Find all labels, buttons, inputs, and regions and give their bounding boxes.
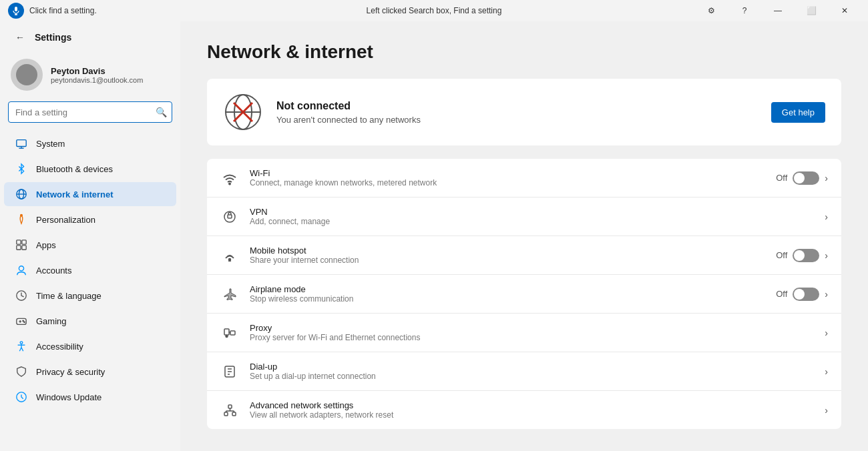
vpn-icon <box>220 207 239 226</box>
sidebar-label-accessibility: Accessibility <box>36 342 83 352</box>
hotspot-row[interactable]: Mobile hotspot Share your internet conne… <box>207 236 841 275</box>
svg-rect-11 <box>22 240 26 244</box>
title-bar-status: Click find a setting. <box>29 6 97 15</box>
sidebar-item-system[interactable]: System <box>4 131 176 155</box>
sidebar-label-gaming: Gaming <box>36 316 67 326</box>
svg-point-39 <box>226 335 228 337</box>
privacy-icon <box>15 365 28 378</box>
back-button[interactable]: ← <box>11 28 29 47</box>
proxy-chevron-icon: › <box>825 328 828 338</box>
dialup-chevron-icon: › <box>825 366 828 377</box>
sidebar-label-accounts: Accounts <box>36 266 71 276</box>
airplane-toggle[interactable] <box>793 288 819 301</box>
sidebar-item-apps[interactable]: Apps <box>4 233 176 257</box>
minimize-button[interactable]: — <box>763 0 793 21</box>
wifi-toggle[interactable] <box>793 171 819 185</box>
hotspot-title: Mobile hotspot <box>250 246 765 256</box>
advanced-row[interactable]: Advanced network settings View all netwo… <box>207 391 841 429</box>
accounts-icon <box>15 264 28 277</box>
wifi-title: Wi-Fi <box>250 168 765 178</box>
mic-icon <box>8 3 24 19</box>
sidebar-label-apps: Apps <box>36 240 56 250</box>
sidebar-label-personalization: Personalization <box>36 215 95 225</box>
svg-rect-0 <box>15 7 17 11</box>
airplane-row[interactable]: Airplane mode Stop wireless communicatio… <box>207 275 841 314</box>
airplane-controls: Off › <box>776 288 828 301</box>
sidebar-item-network[interactable]: Network & internet <box>4 182 176 206</box>
wifi-icon <box>220 169 239 187</box>
not-connected-title: Not connected <box>276 100 758 112</box>
not-connected-subtitle: You aren't connected to any networks <box>276 115 758 125</box>
sidebar-item-update[interactable]: Windows Update <box>4 385 176 409</box>
sidebar-label-system: System <box>36 139 65 149</box>
svg-line-25 <box>21 348 23 351</box>
wifi-text: Wi-Fi Connect, manage known networks, me… <box>250 168 765 187</box>
proxy-icon <box>220 324 239 342</box>
vpn-title: VPN <box>250 207 814 217</box>
sidebar-item-bluetooth[interactable]: Bluetooth & devices <box>4 157 176 181</box>
sidebar-item-gaming[interactable]: Gaming <box>4 309 176 333</box>
svg-rect-37 <box>230 331 235 335</box>
close-button[interactable]: ✕ <box>829 0 860 21</box>
wifi-controls: Off › <box>776 171 828 185</box>
svg-rect-13 <box>22 246 26 250</box>
hotspot-icon <box>220 246 239 265</box>
hotspot-subtitle: Share your internet connection <box>250 256 765 265</box>
sidebar-item-accounts[interactable]: Accounts <box>4 258 176 282</box>
svg-point-20 <box>24 322 25 322</box>
user-name: Peyton Davis <box>51 66 143 76</box>
sidebar-item-accessibility[interactable]: Accessibility <box>4 334 176 358</box>
search-icon: 🔍 <box>156 107 167 117</box>
hotspot-controls: Off › <box>776 249 828 262</box>
sidebar-label-privacy: Privacy & security <box>36 367 105 377</box>
apps-icon <box>15 238 28 252</box>
hotspot-toggle[interactable] <box>793 249 819 262</box>
svg-rect-34 <box>228 215 232 218</box>
user-email: peytondavis.1@outlook.com <box>51 76 143 84</box>
vpn-chevron-icon: › <box>825 211 828 222</box>
airplane-text: Airplane mode Stop wireless communicatio… <box>250 284 765 304</box>
title-bar-left: Click find a setting. <box>8 3 97 19</box>
sidebar-item-personalization[interactable]: Personalization <box>4 207 176 232</box>
settings-gear-button[interactable]: ⚙ <box>696 0 726 21</box>
maximize-button[interactable]: ⬜ <box>796 0 827 21</box>
sidebar-item-privacy[interactable]: Privacy & security <box>4 360 176 384</box>
svg-point-33 <box>224 211 235 222</box>
globe-disconnected-icon <box>223 92 263 132</box>
dialup-text: Dial-up Set up a dial-up internet connec… <box>250 362 814 381</box>
dialup-row[interactable]: Dial-up Set up a dial-up internet connec… <box>207 352 841 391</box>
dialup-title: Dial-up <box>250 362 814 372</box>
gaming-icon <box>15 314 28 328</box>
not-connected-info: Not connected You aren't connected to an… <box>276 100 758 125</box>
user-profile[interactable]: Peyton Davis peytondavis.1@outlook.com <box>0 52 180 101</box>
search-box[interactable]: 🔍 <box>8 101 172 123</box>
proxy-text: Proxy Proxy server for Wi-Fi and Etherne… <box>250 323 814 342</box>
system-icon <box>15 137 28 150</box>
svg-line-24 <box>19 348 21 351</box>
title-bar: Click find a setting. Left clicked Searc… <box>0 0 868 21</box>
svg-point-35 <box>229 258 231 260</box>
vpn-row[interactable]: VPN Add, connect, manage › <box>207 197 841 236</box>
sidebar-title: Settings <box>35 32 71 43</box>
proxy-controls: › <box>825 328 828 338</box>
airplane-toggle-label: Off <box>776 289 787 299</box>
hotspot-chevron-icon: › <box>825 250 828 261</box>
vpn-text: VPN Add, connect, manage <box>250 207 814 226</box>
accessibility-icon <box>15 340 28 353</box>
sidebar-item-time[interactable]: Time & language <box>4 284 176 308</box>
svg-rect-12 <box>17 246 21 250</box>
sidebar-label-update: Windows Update <box>36 392 101 402</box>
wifi-row[interactable]: Wi-Fi Connect, manage known networks, me… <box>207 159 841 197</box>
proxy-row[interactable]: Proxy Proxy server for Wi-Fi and Etherne… <box>207 314 841 352</box>
search-input[interactable] <box>8 101 172 123</box>
bluetooth-icon <box>15 162 28 175</box>
user-info: Peyton Davis peytondavis.1@outlook.com <box>51 66 143 84</box>
svg-rect-10 <box>17 240 21 244</box>
help-button[interactable]: ? <box>729 0 760 21</box>
title-bar-center-text: Left clicked Search box, Find a setting <box>367 6 502 15</box>
network-icon <box>15 187 28 201</box>
advanced-network-icon <box>220 401 239 420</box>
app-container: ← Settings Peyton Davis peytondavis.1@ou… <box>0 21 868 451</box>
main-content: Network & internet Not connected You are… <box>180 21 868 451</box>
get-help-button[interactable]: Get help <box>771 102 825 123</box>
